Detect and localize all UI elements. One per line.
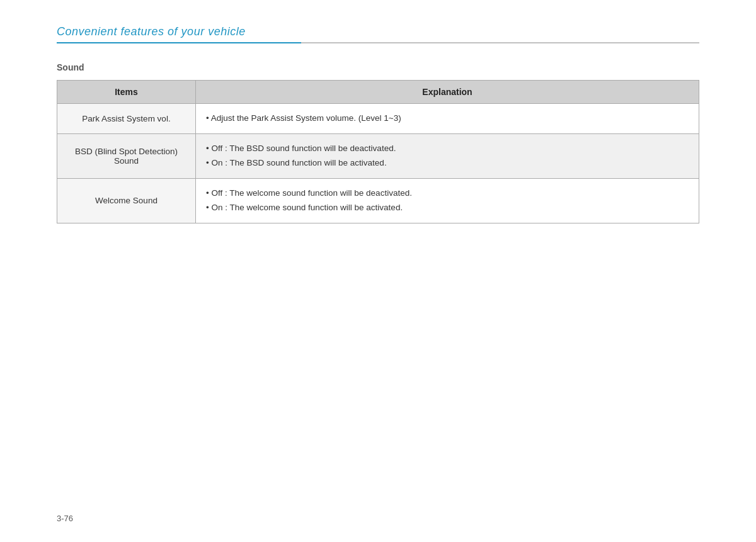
table-row: Park Assist System vol.• Adjust the Park… xyxy=(57,104,699,134)
table-cell-explanation: • Off : The welcome sound function will … xyxy=(196,178,699,223)
page-container: Convenient features of your vehicle Soun… xyxy=(0,0,756,249)
sound-table: Items Explanation Park Assist System vol… xyxy=(57,80,699,223)
col-header-items: Items xyxy=(57,81,196,104)
table-header-row: Items Explanation xyxy=(57,81,699,104)
col-header-explanation: Explanation xyxy=(196,81,699,104)
table-cell-explanation: • Adjust the Park Assist System volume. … xyxy=(196,104,699,134)
table-cell-item: BSD (Blind Spot Detection)Sound xyxy=(57,133,196,178)
table-row: Welcome Sound• Off : The welcome sound f… xyxy=(57,178,699,223)
page-number: 3-76 xyxy=(57,514,73,523)
table-cell-explanation: • Off : The BSD sound function will be d… xyxy=(196,133,699,178)
table-row: BSD (Blind Spot Detection)Sound• Off : T… xyxy=(57,133,699,178)
table-cell-item: Welcome Sound xyxy=(57,178,196,223)
page-title: Convenient features of your vehicle xyxy=(57,25,699,38)
header-section: Convenient features of your vehicle xyxy=(57,25,699,43)
title-underline xyxy=(57,42,699,43)
section-heading: Sound xyxy=(57,62,699,72)
table-cell-item: Park Assist System vol. xyxy=(57,104,196,134)
